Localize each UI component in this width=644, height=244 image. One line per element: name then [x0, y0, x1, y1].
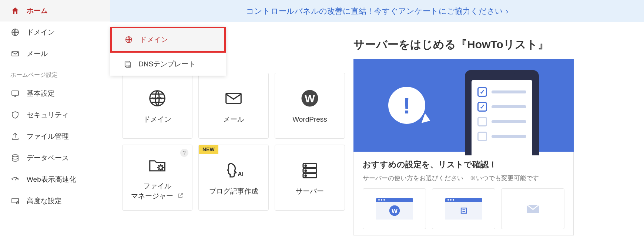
svg-rect-2 — [12, 52, 19, 56]
howto-tile-page[interactable] — [432, 188, 495, 229]
card-label: WordPress — [292, 115, 327, 125]
sidebar-section-homepage: ホームページ設定 — [0, 65, 110, 83]
card-label: ドメイン — [143, 115, 171, 125]
home-icon — [10, 6, 20, 16]
howto-tile-mail[interactable] — [501, 188, 564, 229]
svg-point-24 — [305, 175, 306, 177]
globe-www-icon: WWW — [124, 35, 133, 44]
sidebar-item-label: メール — [27, 49, 48, 59]
howto-panel: サーバーをはじめる『HowToリスト』 ! ✓ ✓ おすすめの設定を、リストで確… — [353, 37, 574, 235]
survey-banner[interactable]: コントロールパネルの改善に直結！今すぐアンケートにご協力ください › — [110, 0, 644, 22]
sidebar-item-label: 基本設定 — [27, 89, 55, 98]
server-icon — [300, 159, 320, 181]
sidebar: ホーム WWW ドメイン メール ホームページ設定 基本設定 セキュリティ ファ… — [0, 0, 110, 244]
external-link-icon — [178, 192, 184, 198]
sidebar-section-label: ホームページ設定 — [10, 71, 58, 79]
sidebar-item-label: セキュリティ — [27, 110, 69, 120]
globe-www-icon: WWW — [147, 87, 167, 109]
svg-text:W: W — [391, 208, 398, 215]
sidebar-item-domain[interactable]: WWW ドメイン — [0, 22, 110, 43]
svg-text:WWW: WWW — [152, 96, 162, 100]
card-blog-ai[interactable]: NEW AI ブログ記事作成 — [198, 145, 269, 211]
card-label: ブログ記事作成 — [209, 187, 258, 197]
card-wordpress[interactable]: W WordPress — [275, 73, 345, 139]
sidebar-item-security[interactable]: セキュリティ — [0, 104, 110, 126]
sidebar-item-database[interactable]: データベース — [0, 147, 110, 169]
howto-title: サーバーをはじめる『HowToリスト』 — [353, 37, 574, 52]
sidebar-item-speed[interactable]: Web表示高速化 — [0, 169, 110, 190]
svg-rect-3 — [12, 91, 19, 95]
monitor-gear-icon — [10, 196, 20, 206]
globe-www-icon: WWW — [10, 27, 20, 37]
svg-text:WWW: WWW — [126, 39, 131, 41]
chevron-right-icon: › — [506, 7, 509, 16]
svg-point-23 — [305, 170, 306, 171]
svg-point-22 — [305, 165, 306, 166]
howto-option-tiles: W — [363, 188, 564, 229]
submenu-item-dns-template[interactable]: DNS DNSテンプレート — [110, 53, 226, 76]
sidebar-item-label: Web表示高速化 — [27, 175, 76, 184]
exclamation-icon: ! — [403, 92, 410, 119]
card-label: サーバー — [296, 187, 324, 197]
sidebar-item-label: ホーム — [27, 6, 48, 16]
clipboard-icon: ✓ ✓ — [465, 70, 539, 155]
svg-point-4 — [12, 155, 18, 157]
sidebar-item-label: ファイル管理 — [27, 132, 69, 141]
svg-point-17 — [159, 166, 162, 169]
shield-icon — [10, 110, 20, 120]
card-label-text: ファイル マネージャー — [131, 182, 173, 200]
svg-text:WWW: WWW — [12, 31, 18, 33]
monitor-icon — [10, 89, 20, 98]
sidebar-item-label: 高度な設定 — [27, 196, 62, 206]
banner-text: コントロールパネルの改善に直結！今すぐアンケートにご協力ください — [246, 6, 503, 16]
sidebar-item-label: ドメイン — [27, 27, 55, 37]
svg-text:AI: AI — [238, 171, 244, 177]
card-label: メール — [223, 115, 244, 125]
ai-head-icon: AI — [224, 159, 244, 181]
howto-note: サーバーの使い方をお選びください ※いつでも変更可能です — [363, 174, 564, 182]
svg-text:DNS: DNS — [126, 65, 130, 67]
speedometer-icon — [10, 175, 20, 184]
sidebar-item-file[interactable]: ファイル管理 — [0, 126, 110, 147]
domain-submenu: WWW ドメイン DNS DNSテンプレート — [110, 27, 226, 76]
wordpress-icon: W — [300, 87, 320, 109]
howto-hero-image: ! ✓ ✓ — [353, 59, 574, 152]
card-server[interactable]: サーバー — [275, 145, 345, 211]
svg-rect-14 — [226, 93, 241, 103]
submenu-item-label: DNSテンプレート — [138, 59, 195, 69]
sidebar-item-home[interactable]: ホーム — [0, 0, 110, 22]
exclamation-bubble-icon: ! — [388, 87, 425, 124]
svg-text:W: W — [305, 93, 315, 105]
svg-rect-5 — [12, 198, 19, 203]
dns-template-icon: DNS — [123, 60, 132, 69]
mail-icon — [10, 49, 20, 59]
submenu-item-label: ドメイン — [140, 35, 168, 44]
help-icon[interactable]: ? — [180, 149, 188, 157]
card-label: ファイル マネージャー — [131, 181, 183, 201]
new-badge: NEW — [199, 145, 218, 154]
database-icon — [10, 153, 20, 163]
svg-rect-27 — [461, 208, 466, 213]
dashboard-cards: WWW ドメイン メール W WordPress ? ファイル マネージャー N… — [122, 73, 352, 211]
sidebar-item-advanced[interactable]: 高度な設定 — [0, 190, 110, 212]
sidebar-item-basic[interactable]: 基本設定 — [0, 83, 110, 104]
submenu-item-domain[interactable]: WWW ドメイン — [110, 27, 226, 53]
card-mail[interactable]: メール — [198, 73, 269, 139]
howto-tile-wordpress[interactable]: W — [363, 188, 426, 229]
card-domain[interactable]: WWW ドメイン — [122, 73, 192, 139]
howto-description: おすすめの設定を、リストで確認！ サーバーの使い方をお選びください ※いつでも変… — [353, 152, 574, 235]
mail-icon — [224, 87, 244, 109]
sidebar-item-mail[interactable]: メール — [0, 43, 110, 65]
howto-subtitle: おすすめの設定を、リストで確認！ — [363, 159, 564, 170]
sidebar-item-label: データベース — [27, 153, 69, 163]
folder-gear-icon — [147, 154, 167, 176]
upload-icon — [10, 132, 20, 141]
card-file-manager[interactable]: ? ファイル マネージャー — [122, 145, 192, 211]
